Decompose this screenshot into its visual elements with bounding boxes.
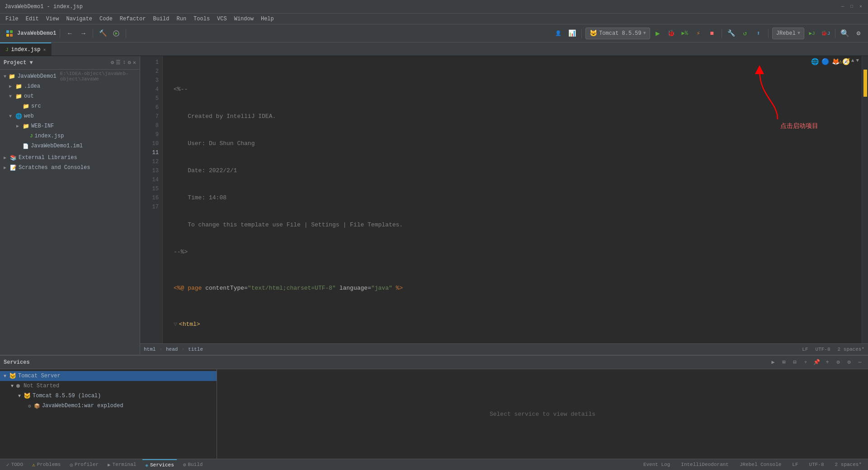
tree-out-folder[interactable]: ▼ 📁 out — [0, 91, 140, 101]
breadcrumb-html: html — [144, 347, 156, 352]
sidebar-settings-icon[interactable]: ⚙ — [111, 59, 114, 66]
sidebar-sort-icon[interactable]: ↕ — [123, 59, 126, 66]
tab-problems[interactable]: ⚠ Problems — [29, 459, 63, 470]
settings-btn[interactable]: ⚙ — [853, 28, 864, 39]
tree-scratches[interactable]: ▶ 📝 Scratches and Consoles — [0, 163, 140, 173]
coverage-btn[interactable]: 📊 — [566, 28, 578, 39]
menu-item-navigate[interactable]: Navigate — [62, 14, 96, 24]
editor-area: ⚠ 1 ▲ ▼ 🌐 🔵 🦊 🧭 1 2 3 4 5 6 7 8 9 10 1 — [140, 56, 868, 355]
scratches-icon: 📝 — [10, 164, 17, 171]
tree-external-libs[interactable]: ▶ 📚 External Libraries — [0, 153, 140, 163]
menu-item-vcs[interactable]: VCS — [213, 14, 231, 24]
sidebar-close-icon[interactable]: ✕ — [133, 59, 136, 66]
editor-tab-index-jsp[interactable]: J index.jsp ✕ — [0, 42, 52, 56]
menu-item-refactor[interactable]: Refactor — [116, 14, 150, 24]
sidebar-gear-icon[interactable]: ⚙ — [128, 59, 131, 66]
stop-button[interactable]: ■ — [706, 28, 718, 39]
minimize-btn[interactable]: — — [840, 4, 845, 9]
panel-expand-btn[interactable]: ⊞ — [779, 358, 788, 367]
ln9: 9 — [140, 130, 159, 139]
service-item-tomcat-server[interactable]: ▼ 🐱 Tomcat Server — [0, 371, 217, 381]
gutter-up-btn[interactable]: ▲ — [851, 58, 854, 65]
menu-item-build[interactable]: Build — [149, 14, 173, 24]
tab-services[interactable]: ◈ Services — [142, 459, 176, 470]
service-item-tomcat-local[interactable]: ▼ 🐱 Tomcat 8.5.59 (local) — [0, 391, 217, 401]
sidebar-collapse-icon[interactable]: ☰ — [116, 59, 121, 66]
code-editor[interactable]: <%-- Created by IntelliJ IDEA. User: Du … — [163, 56, 862, 343]
run-button[interactable]: ▶ — [652, 28, 664, 39]
tree-webinf-folder[interactable]: ▶ 📁 WEB-INF — [0, 121, 140, 131]
menu-item-window[interactable]: Window — [231, 14, 257, 24]
panel-gear-icon[interactable]: ⚙ — [844, 358, 854, 367]
lf-indicator: LF — [789, 462, 801, 467]
back-btn[interactable]: ← — [64, 28, 75, 39]
close-btn[interactable]: ✕ — [858, 4, 863, 9]
menu-item-tools[interactable]: Tools — [190, 14, 213, 24]
event-log-btn[interactable]: Event Log — [641, 462, 673, 467]
sep1 — [60, 29, 60, 38]
tab-close-btn[interactable]: ✕ — [43, 47, 46, 52]
ln12: 12 — [140, 157, 159, 166]
menu-item-file[interactable]: File — [2, 14, 22, 24]
deploy-btn[interactable]: ⬆ — [753, 28, 764, 39]
tab-profiler[interactable]: ◎ Profiler — [67, 459, 101, 470]
panel-minimize-btn[interactable]: — — [855, 358, 864, 367]
tree-src-folder[interactable]: 📁 src — [0, 101, 140, 111]
tree-web-folder[interactable]: ▼ 🌐 web — [0, 111, 140, 121]
intelli-deodorant-btn[interactable]: IntelliDeodorant — [678, 462, 731, 467]
tree-index-jsp[interactable]: J index.jsp — [0, 131, 140, 141]
tomcat-config-selector[interactable]: 🐱 Tomcat 8.5.59 ▼ — [585, 28, 650, 39]
profile-run-btn[interactable]: 👤 — [552, 28, 564, 39]
tomcat-server-icon: 🐱 — [9, 372, 16, 380]
jrebel-console-btn[interactable]: JRebel Console — [737, 462, 784, 467]
menu-item-help[interactable]: Help — [257, 14, 278, 24]
menu-item-code[interactable]: Code — [96, 14, 116, 24]
sep4 — [581, 29, 582, 38]
right-gutter — [862, 56, 868, 343]
profile-btn[interactable]: ⚡ — [693, 28, 704, 39]
search-everywhere-btn[interactable]: 🔍 — [839, 28, 851, 39]
tab-build[interactable]: ⚙ Build — [180, 459, 206, 470]
tree-idea-folder[interactable]: ▶ 📁 .idea — [0, 81, 140, 91]
forward-btn[interactable]: → — [77, 28, 89, 39]
build-btn[interactable]: 🔨 — [97, 28, 108, 39]
run-config-menu[interactable] — [110, 28, 122, 39]
service-item-war[interactable]: ⚙ 📦 JavaWebDemo1:war exploded — [0, 401, 217, 411]
breadcrumb-sep1: › — [159, 347, 162, 352]
terminal-icon: ▶ — [108, 462, 111, 468]
rebuild-btn[interactable]: ↺ — [739, 28, 751, 39]
tab-bar: J index.jsp ✕ — [0, 42, 868, 56]
menu-item-view[interactable]: View — [42, 14, 63, 24]
maximize-btn[interactable]: □ — [849, 4, 854, 9]
panel-add-btn[interactable]: + — [823, 358, 832, 367]
menu-item-edit[interactable]: Edit — [22, 14, 42, 24]
war-label: JavaWebDemo1:war exploded — [42, 403, 123, 409]
svg-rect-2 — [6, 34, 9, 37]
tree-project-root[interactable]: ▼ 📁 JavaWebDemo1 E:\IDEA-object\javaWeb-… — [0, 71, 140, 81]
jrebel-debug-btn[interactable]: 🐞J — [820, 28, 831, 39]
panel-filter-btn[interactable]: ▿ — [801, 358, 810, 367]
ln7: 7 — [140, 112, 159, 121]
panel-run-btn[interactable]: ▶ — [769, 358, 778, 367]
tab-terminal[interactable]: ▶ Terminal — [105, 459, 139, 470]
panel-settings-icon[interactable]: ⚙ — [834, 358, 843, 367]
tree-iml-file[interactable]: 📄 JavaWebDemo1.iml — [0, 141, 140, 151]
code-line-7: --%> — [170, 248, 862, 257]
jrebel-config-selector[interactable]: JRebel ▼ — [772, 28, 804, 39]
service-item-not-started[interactable]: ▼ Not Started — [0, 381, 217, 391]
menu-item-run[interactable]: Run — [173, 14, 190, 24]
build-project-btn[interactable]: 🔧 — [726, 28, 737, 39]
lf-status[interactable]: LF — [802, 347, 808, 352]
tomcat-local-icon: 🐱 — [24, 392, 31, 400]
run-with-coverage-btn[interactable]: ▶% — [679, 28, 691, 39]
ln3: 3 — [140, 76, 159, 85]
jrebel-run-btn[interactable]: ▶J — [806, 28, 818, 39]
encoding-status[interactable]: UTF-8 — [816, 347, 830, 352]
indent-status[interactable]: 2 spaces* — [838, 347, 864, 352]
panel-collapse-btn[interactable]: ⊟ — [790, 358, 799, 367]
war-artifact-icon: 📦 — [34, 403, 40, 409]
tab-todo[interactable]: ✓ TODO — [4, 459, 26, 470]
panel-pin-btn[interactable]: 📌 — [812, 358, 821, 367]
gutter-down-btn[interactable]: ▼ — [856, 58, 859, 65]
debug-button[interactable]: 🐞 — [665, 28, 677, 39]
